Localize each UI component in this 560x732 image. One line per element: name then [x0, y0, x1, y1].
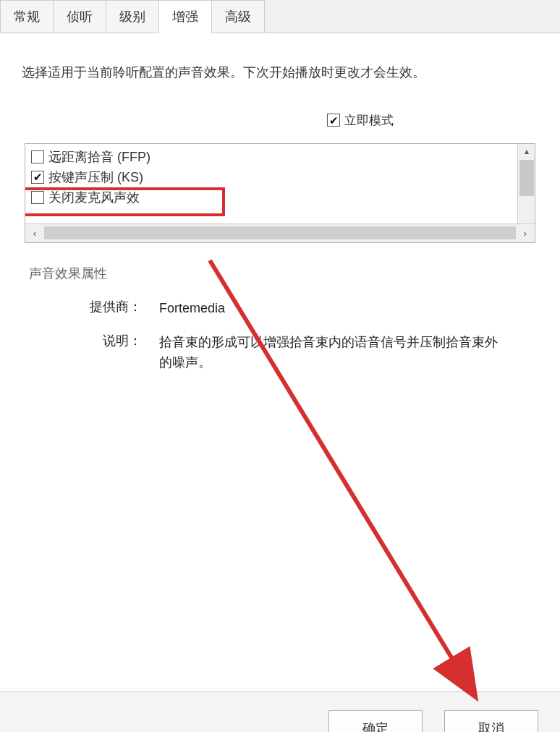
- tab-listen[interactable]: 侦听: [53, 0, 106, 33]
- effects-list-items: 远距离拾音 (FFP) 按键声压制 (KS) 关闭麦克风声效 ▴: [25, 144, 535, 224]
- effect-checkbox-0[interactable]: [31, 150, 44, 163]
- properties-title: 声音效果属性: [29, 265, 531, 282]
- scroll-right-icon[interactable]: ›: [516, 224, 535, 242]
- scroll-up-icon[interactable]: ▴: [518, 144, 535, 158]
- effect-checkbox-1[interactable]: [31, 171, 44, 184]
- list-item[interactable]: 按键声压制 (KS): [31, 167, 535, 187]
- effect-label: 关闭麦克风声效: [48, 189, 140, 206]
- tab-bar: 常规 侦听 级别 增强 高级: [0, 0, 560, 33]
- description-value: 拾音束的形成可以增强拾音束内的语音信号并压制拾音束外的噪声。: [159, 332, 531, 374]
- immediate-mode-row: 立即模式: [22, 112, 538, 129]
- tab-general[interactable]: 常规: [0, 0, 54, 33]
- scroll-thumb[interactable]: [519, 160, 534, 196]
- effect-checkbox-2[interactable]: [31, 191, 44, 204]
- provider-value: Fortemedia: [159, 298, 531, 319]
- tab-content: 选择适用于当前聆听配置的声音效果。下次开始播放时更改才会生效。 立即模式 远距离…: [0, 33, 560, 401]
- tab-advanced[interactable]: 高级: [211, 0, 265, 33]
- vertical-scrollbar[interactable]: ▴: [517, 144, 535, 224]
- cancel-button[interactable]: 取消: [444, 710, 538, 732]
- immediate-mode-checkbox[interactable]: [327, 114, 340, 127]
- scroll-left-icon[interactable]: ‹: [25, 224, 44, 242]
- effect-label: 远距离拾音 (FFP): [48, 148, 150, 166]
- ok-button[interactable]: 确定: [328, 710, 423, 732]
- scroll-track[interactable]: [44, 226, 516, 239]
- effect-label: 按键声压制 (KS): [48, 169, 143, 186]
- list-item[interactable]: 远距离拾音 (FFP): [31, 147, 535, 167]
- immediate-mode-label: 立即模式: [344, 112, 394, 129]
- list-item[interactable]: 关闭麦克风声效: [31, 187, 535, 208]
- horizontal-scrollbar[interactable]: ‹ ›: [25, 224, 535, 242]
- provider-label: 提供商：: [29, 298, 159, 319]
- effects-listbox: 远距离拾音 (FFP) 按键声压制 (KS) 关闭麦克风声效 ▴ ‹ ›: [25, 143, 535, 243]
- description-text: 选择适用于当前聆听配置的声音效果。下次开始播放时更改才会生效。: [22, 62, 538, 83]
- tab-levels[interactable]: 级别: [106, 0, 159, 33]
- description-label: 说明：: [29, 332, 159, 374]
- properties-section: 声音效果属性 提供商： Fortemedia 说明： 拾音束的形成可以增强拾音束…: [22, 265, 538, 373]
- dialog-button-bar: 确定 取消: [0, 691, 560, 732]
- tab-enhancements[interactable]: 增强: [158, 0, 212, 33]
